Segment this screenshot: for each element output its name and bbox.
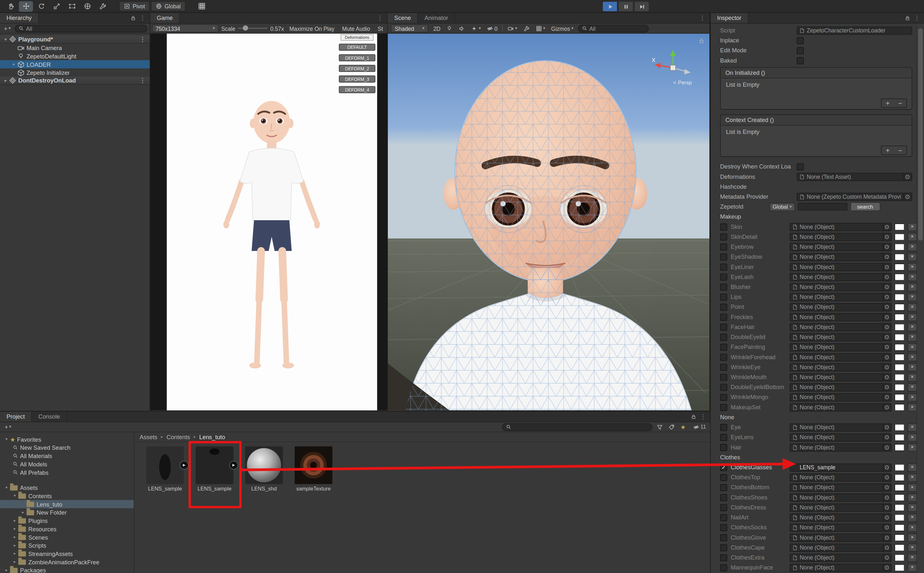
property-checkbox[interactable] (720, 544, 727, 551)
property-checkbox[interactable] (720, 444, 727, 451)
kebab-menu-icon[interactable]: ⋮ (700, 413, 706, 419)
object-field[interactable]: None (Object) ⊙ (790, 233, 891, 241)
color-swatch[interactable] (894, 243, 904, 250)
hierarchy-item[interactable]: Main Camera (0, 44, 150, 52)
clear-button[interactable]: × (908, 233, 917, 241)
grid-snap-button[interactable] (195, 1, 209, 11)
folder-tree-item[interactable]: ▸ Scripts (0, 541, 134, 550)
color-swatch[interactable] (894, 514, 904, 521)
object-field[interactable]: None (Object) ⊙ (790, 373, 891, 381)
property-checkbox[interactable] (720, 504, 727, 511)
object-field[interactable]: None (Object) ⊙ (790, 393, 891, 401)
clear-button[interactable]: × (908, 243, 917, 251)
scene-viewport[interactable]: X < Persp (388, 34, 710, 410)
property-checkbox[interactable] (720, 263, 727, 270)
color-swatch[interactable] (894, 564, 904, 571)
color-swatch[interactable] (894, 424, 904, 431)
clear-button[interactable]: × (908, 463, 917, 471)
hierarchy-search-input[interactable] (26, 25, 144, 31)
slider-knob[interactable] (243, 25, 248, 31)
object-picker-icon[interactable]: ⊙ (883, 363, 890, 371)
global-toggle[interactable]: Global (151, 1, 185, 11)
color-swatch[interactable] (894, 253, 904, 260)
clear-button[interactable]: × (908, 483, 917, 492)
object-picker-icon[interactable]: ⊙ (883, 253, 890, 260)
property-checkbox[interactable] (720, 434, 727, 441)
scene-search[interactable] (578, 24, 649, 32)
folder-tree-item[interactable]: ▸ ZombieAnimationPackFree (0, 558, 134, 566)
expand-arrow-icon[interactable]: ▸ (12, 551, 18, 556)
object-picker-icon[interactable]: ⊙ (883, 354, 890, 360)
folder-tree-item[interactable]: ▸ Resources (0, 525, 134, 533)
gizmos-dropdown[interactable]: Gizmos▾ (550, 24, 574, 33)
property-checkbox[interactable] (797, 47, 804, 54)
deform-button[interactable]: DEFORM_1 (339, 54, 375, 61)
tab-project[interactable]: Project (0, 412, 32, 421)
object-field[interactable]: None (Object) ⊙ (790, 473, 891, 482)
zepetoid-scope-dropdown[interactable]: Global ▾ (769, 202, 795, 211)
clear-button[interactable]: × (908, 373, 917, 381)
object-picker-icon[interactable]: ⊙ (883, 293, 890, 301)
expand-arrow-icon[interactable]: ▸ (12, 535, 18, 540)
folder-tree-item[interactable]: ▸ Plugins (0, 517, 134, 525)
object-field[interactable]: None (Object) ⊙ (790, 333, 891, 341)
game-scale-slider[interactable] (238, 25, 268, 32)
clear-button[interactable]: × (908, 403, 917, 411)
scene-lighting-toggle[interactable] (445, 24, 454, 33)
pause-button[interactable] (618, 1, 634, 12)
property-checkbox[interactable] (720, 233, 727, 240)
hierarchy-search[interactable] (15, 24, 147, 32)
object-picker-icon[interactable]: ⊙ (904, 173, 911, 180)
clear-button[interactable]: × (908, 423, 917, 431)
object-picker-icon[interactable]: ⊙ (883, 464, 890, 471)
hand-tool-button[interactable] (3, 1, 18, 11)
clear-button[interactable]: × (908, 393, 917, 401)
object-field[interactable]: None (Object) ⊙ (790, 433, 891, 441)
color-swatch[interactable] (894, 404, 904, 410)
clear-button[interactable]: × (908, 433, 917, 441)
object-field[interactable]: None (Object) ⊙ (790, 383, 891, 391)
tab-hierarchy[interactable]: Hierarchy (0, 13, 39, 23)
clear-button[interactable]: × (908, 473, 917, 482)
scrollbar-thumb[interactable] (918, 28, 923, 240)
color-swatch[interactable] (894, 363, 904, 371)
lock-icon[interactable] (130, 15, 136, 21)
clear-button[interactable]: × (908, 343, 917, 351)
property-checkbox[interactable] (720, 363, 727, 371)
hierarchy-item[interactable]: ▸ DontDestroyOnLoad ⋮ (0, 77, 150, 85)
object-field[interactable]: None (Object) ⊙ (790, 263, 891, 271)
clear-button[interactable]: × (908, 503, 917, 512)
color-swatch[interactable] (894, 333, 904, 341)
folder-tree-item[interactable]: ▸ Packages (0, 566, 134, 573)
subasset-expand-icon[interactable]: ▶ (229, 461, 238, 470)
color-swatch[interactable] (894, 434, 904, 441)
deform-button[interactable]: DEFORM_4 (339, 86, 375, 93)
clear-button[interactable]: × (908, 533, 917, 542)
property-checkbox[interactable] (720, 223, 727, 230)
scale-tool-button[interactable] (49, 1, 64, 11)
clear-button[interactable]: × (908, 313, 917, 321)
clear-button[interactable]: × (908, 323, 917, 331)
object-field[interactable]: None (Object) ⊙ (790, 493, 891, 501)
kebab-menu-icon[interactable]: ⋮ (699, 15, 705, 21)
property-checkbox[interactable] (797, 37, 804, 44)
rect-tool-button[interactable] (65, 1, 79, 11)
color-swatch[interactable] (894, 474, 904, 481)
play-button[interactable] (602, 1, 618, 12)
clear-button[interactable]: × (908, 553, 917, 562)
object-field[interactable]: None (Object) ⊙ (790, 303, 891, 311)
editor-tools-button[interactable] (522, 24, 531, 33)
custom-tool-button[interactable] (95, 1, 110, 11)
search-by-type-button[interactable] (655, 424, 664, 430)
object-field[interactable]: None (Object) ⊙ (790, 313, 891, 321)
color-swatch[interactable] (894, 544, 904, 551)
property-checkbox[interactable] (720, 484, 727, 491)
color-swatch[interactable] (894, 393, 904, 401)
hierarchy-item[interactable]: ▸ LOADER (0, 60, 150, 68)
color-swatch[interactable] (894, 444, 904, 451)
color-swatch[interactable] (894, 303, 904, 310)
object-picker-icon[interactable]: ⊙ (883, 554, 890, 561)
object-field[interactable]: None (Object) ⊙ (790, 443, 891, 451)
object-picker-icon[interactable]: ⊙ (883, 393, 890, 401)
tab-inspector[interactable]: Inspector (711, 13, 749, 23)
